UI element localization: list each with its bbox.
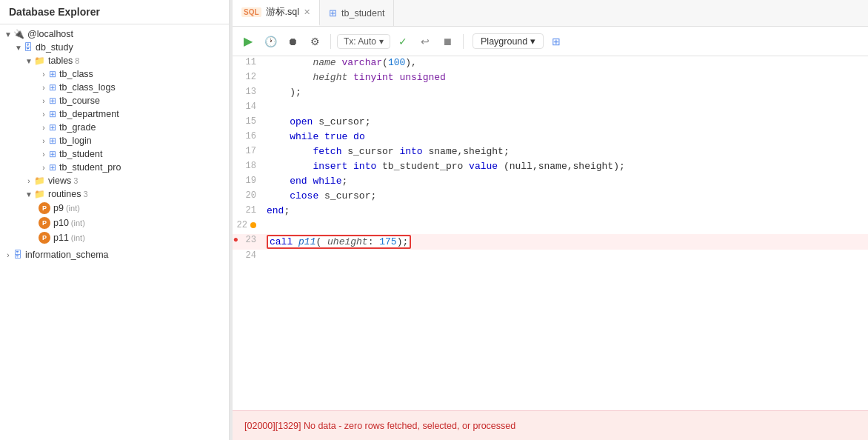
line-content-23: call p11( uheight: 175);: [264, 234, 868, 250]
sidebar-tree: ▼ 🔌 @localhost ▼ 🗄 db_study ▼ 📁 tables 8…: [0, 24, 229, 440]
table-tab-icon: ⊞: [329, 7, 337, 19]
settings-button[interactable]: ⚙: [305, 32, 324, 51]
chevron-icon: ›: [39, 124, 49, 132]
table-name-label: tb_class: [59, 69, 93, 79]
sql-tab-icon: SQL: [241, 7, 261, 17]
line-content-24: [264, 250, 868, 251]
sidebar-item-info-schema[interactable]: › 🗄 information_schema: [0, 248, 229, 261]
db-icon: 🗄: [13, 250, 22, 260]
line-number: 21: [241, 205, 256, 216]
line-content-15: open s_cursor;: [264, 116, 868, 128]
table-name-label: tb_student_pro: [59, 162, 121, 173]
table-icon: ⊞: [49, 149, 56, 159]
tab-table[interactable]: ⊞ tb_student: [320, 0, 394, 26]
sidebar-item-tables[interactable]: ▼ 📁 tables 8: [0, 54, 229, 67]
table-tab-label: tb_student: [341, 8, 384, 19]
sidebar-item-tb-student[interactable]: › ⊞ tb_student: [0, 147, 229, 161]
stop-button[interactable]: ⏹: [438, 32, 457, 51]
commit-button[interactable]: ✓: [393, 32, 413, 51]
separator-2: [463, 34, 464, 49]
separator: [330, 34, 331, 49]
code-line-12: 12 height tinyint unsigned: [233, 71, 868, 86]
db-study-label: db_study: [36, 42, 73, 53]
table-icon: ⊞: [49, 82, 56, 93]
procedure-icon: P: [39, 217, 50, 229]
line-gutter-24: 24: [233, 250, 264, 261]
tables-count: 8: [75, 56, 79, 65]
line-gutter-17: 17: [233, 145, 264, 156]
routines-label: routines: [48, 189, 81, 199]
line-number: 16: [241, 131, 256, 141]
rollback-button[interactable]: ↩: [415, 32, 435, 51]
code-line-22: 22: [233, 219, 868, 234]
chevron-icon: ›: [39, 84, 49, 92]
code-editor[interactable]: 11 name varchar(100), 12 height tinyint …: [233, 56, 868, 410]
line-content-12: height tinyint unsigned: [264, 71, 868, 84]
table-view-button[interactable]: ⊞: [547, 32, 566, 51]
chevron-icon: ›: [39, 137, 49, 145]
routine-name-label: p9: [53, 203, 64, 213]
sidebar-item-db-study[interactable]: ▼ 🗄 db_study: [0, 41, 229, 54]
run-all-button[interactable]: ⏺: [283, 32, 302, 51]
table-name-label: tb_login: [59, 136, 92, 146]
views-label: views: [48, 176, 71, 186]
line-content-17: fetch s_cursor into sname,sheight;: [264, 145, 868, 158]
run-button[interactable]: ▶: [238, 32, 258, 51]
server-icon: 🔌: [13, 29, 24, 39]
code-line-13: 13 );: [233, 86, 868, 101]
error-message: [02000][1329] No data - zero rows fetche…: [244, 421, 515, 431]
error-bar: [02000][1329] No data - zero rows fetche…: [233, 410, 868, 440]
line-gutter-21: 21: [233, 204, 264, 216]
history-button[interactable]: 🕐: [261, 32, 280, 51]
playground-button[interactable]: Playground ▾: [473, 33, 544, 49]
line-gutter-20: 20: [233, 190, 264, 201]
chevron-icon: ▼: [24, 57, 34, 65]
line-number: 11: [241, 57, 256, 67]
line-content-14: [264, 101, 868, 102]
line-content-18: insert into tb_student_pro value (null,s…: [264, 160, 868, 173]
tx-dropdown[interactable]: Tx: Auto ▾: [337, 34, 390, 49]
sidebar-item-p9[interactable]: P p9 (int): [0, 201, 229, 216]
line-content-16: while true do: [264, 130, 868, 143]
table-icon: ⊞: [49, 122, 56, 133]
routines-count: 3: [83, 190, 87, 199]
sidebar-item-tb-department[interactable]: › ⊞ tb_department: [0, 107, 229, 121]
sidebar-item-tb-class-logs[interactable]: › ⊞ tb_class_logs: [0, 81, 229, 94]
sql-tab-label: 游标.sql: [266, 6, 299, 19]
chevron-icon: ›: [39, 110, 49, 119]
sidebar-item-routines[interactable]: ▼ 📁 routines 3: [0, 187, 229, 201]
line-content-13: );: [264, 86, 868, 99]
code-line-20: 20 close s_cursor;: [233, 190, 868, 204]
toolbar: ▶ 🕐 ⏺ ⚙ Tx: Auto ▾ ✓ ↩ ⏹ Playground ▾ ⊞: [233, 27, 868, 56]
sidebar-item-tb-grade[interactable]: › ⊞ tb_grade: [0, 121, 229, 134]
sidebar-item-tb-course[interactable]: › ⊞ tb_course: [0, 94, 229, 107]
line-content-19: end while;: [264, 175, 868, 187]
db-icon: 🗄: [24, 42, 33, 53]
line-content-22: [264, 219, 868, 221]
sidebar-item-p10[interactable]: P p10 (int): [0, 216, 229, 230]
line-number: 13: [241, 87, 256, 97]
line-gutter-13: 13: [233, 86, 264, 97]
sidebar: Database Explorer ▼ 🔌 @localhost ▼ 🗄 db_…: [0, 0, 230, 440]
sidebar-item-localhost[interactable]: ▼ 🔌 @localhost: [0, 27, 229, 41]
code-line-23: ● 23 call p11( uheight: 175);: [233, 234, 868, 250]
tab-close-icon[interactable]: ✕: [304, 7, 310, 17]
sidebar-item-tb-login[interactable]: › ⊞ tb_login: [0, 134, 229, 147]
localhost-label: @localhost: [27, 29, 73, 39]
chevron-icon: ▼: [24, 190, 34, 199]
tab-sql[interactable]: SQL 游标.sql ✕: [233, 0, 320, 26]
line-number: 15: [241, 116, 256, 127]
sidebar-item-tb-student-pro[interactable]: › ⊞ tb_student_pro: [0, 161, 229, 174]
chevron-down-icon: ▾: [530, 36, 535, 47]
chevron-icon: ›: [39, 164, 49, 172]
code-line-17: 17 fetch s_cursor into sname,sheight;: [233, 145, 868, 160]
sidebar-item-p11[interactable]: P p11 (int): [0, 230, 229, 245]
line-gutter-22: 22: [233, 219, 264, 230]
sidebar-item-views[interactable]: › 📁 views 3: [0, 174, 229, 187]
routine-type-label: (int): [66, 204, 80, 213]
chevron-icon: ›: [39, 70, 49, 79]
sidebar-item-tb-class[interactable]: › ⊞ tb_class: [0, 67, 229, 81]
line-number: 18: [241, 161, 256, 171]
line-gutter-11: 11: [233, 56, 264, 67]
table-icon: ⊞: [49, 96, 56, 106]
